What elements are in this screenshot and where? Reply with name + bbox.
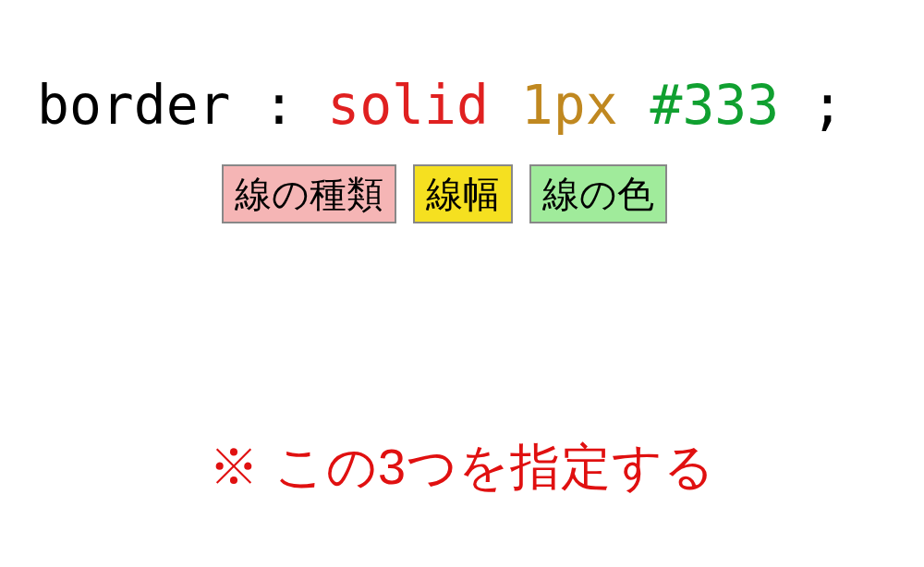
code-property: border	[37, 74, 231, 137]
code-colon: :	[231, 74, 328, 137]
code-semicolon: ;	[779, 74, 844, 137]
code-space	[618, 74, 650, 137]
code-value-width: 1px	[521, 74, 618, 137]
label-width: 線幅	[413, 164, 513, 223]
code-value-color: #333	[650, 74, 780, 137]
label-color: 線の色	[529, 164, 667, 223]
code-value-style: solid	[327, 74, 489, 137]
note-text: ※ この3つを指定する	[0, 434, 924, 501]
labels-row: 線の種類 線幅 線の色	[222, 164, 667, 223]
code-space	[489, 74, 521, 137]
css-code-line: border : solid 1px #333 ;	[37, 74, 844, 137]
label-style: 線の種類	[222, 164, 396, 223]
